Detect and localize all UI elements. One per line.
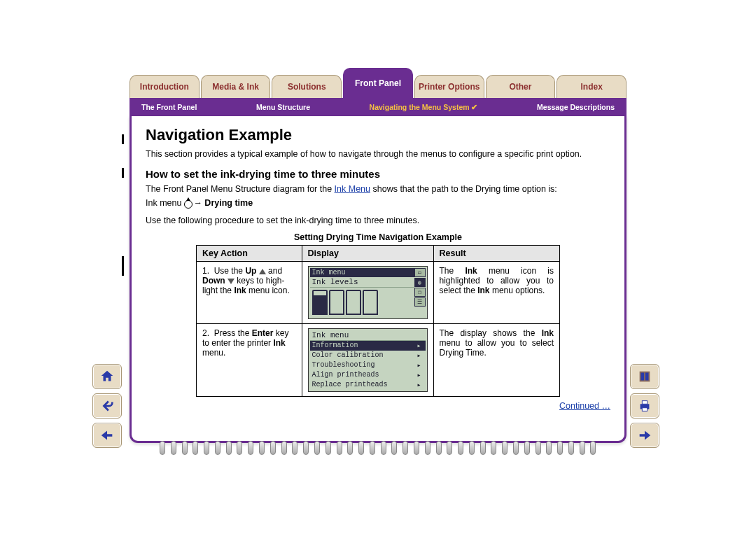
ink-drop-icon bbox=[184, 199, 191, 209]
text-bold: Up bbox=[245, 266, 256, 276]
text: The display shows the bbox=[440, 328, 542, 338]
tab-printer-options[interactable]: Printer Options bbox=[414, 75, 484, 98]
result-cell: The Ink menu icon is highlighted to allo… bbox=[433, 262, 560, 324]
lcd-screen: Ink menu Information▸ Color calibration▸… bbox=[308, 328, 428, 392]
page-title: Navigation Example bbox=[146, 126, 610, 144]
col-display: Display bbox=[302, 246, 433, 262]
cartridge-icon bbox=[329, 290, 344, 315]
text-bold: Ink bbox=[234, 286, 246, 295]
tab-media-ink[interactable]: Media & Ink bbox=[201, 75, 271, 98]
text-bold: Enter bbox=[252, 328, 274, 338]
submenu-arrow-icon: ▸ bbox=[416, 342, 421, 350]
home-button[interactable] bbox=[92, 364, 122, 389]
menu-text: Align printheads bbox=[312, 371, 379, 379]
text: shows that the path to the Drying time o… bbox=[370, 184, 557, 194]
menu-text: Color calibration bbox=[312, 351, 384, 360]
text-bold: Ink bbox=[273, 338, 285, 348]
navigation-table: Key Action Display Result 1. Use the Up … bbox=[196, 245, 560, 397]
lcd-menu-item: Color calibration▸ bbox=[310, 351, 426, 360]
content-panel: Navigation Example This section provides… bbox=[130, 116, 626, 443]
prev-page-button[interactable] bbox=[92, 423, 122, 448]
tab-introduction[interactable]: Introduction bbox=[130, 75, 200, 98]
svg-rect-2 bbox=[645, 373, 649, 381]
step-number: 1. bbox=[202, 266, 209, 276]
display-cell: Ink menu Information▸ Color calibration▸… bbox=[302, 324, 433, 397]
lcd-screen: Ink menu Ink levels bbox=[308, 266, 428, 319]
submenu-arrow-icon: ▸ bbox=[416, 371, 421, 379]
cartridge-icon bbox=[312, 290, 328, 315]
text-bold: Down bbox=[202, 276, 225, 286]
lcd-header: Ink menu bbox=[310, 330, 426, 341]
text: The bbox=[440, 266, 465, 276]
ink-icon: ◍ bbox=[414, 278, 426, 287]
ink-menu-link[interactable]: Ink Menu bbox=[335, 184, 370, 194]
lcd-title: Ink menu bbox=[312, 331, 349, 339]
tab-front-panel[interactable]: Front Panel bbox=[343, 68, 413, 98]
menu-text: Information bbox=[312, 342, 358, 350]
arrow-text: → bbox=[193, 198, 204, 208]
subnav-navigating[interactable]: Navigating the Menu System ✔ bbox=[364, 101, 484, 113]
svg-rect-5 bbox=[642, 408, 647, 412]
continued-link-wrap: Continued … bbox=[146, 401, 610, 411]
text: menu to allow you to select Drying Time. bbox=[440, 338, 554, 358]
tab-other[interactable]: Other bbox=[486, 75, 556, 98]
path-sentence: The Front Panel Menu Structure diagram f… bbox=[146, 183, 610, 196]
lcd-menu-item: Replace printheads▸ bbox=[310, 380, 426, 390]
text-bold: Ink bbox=[542, 328, 554, 338]
text: Use the bbox=[214, 266, 246, 276]
subnav-menu-structure[interactable]: Menu Structure bbox=[251, 101, 316, 113]
display-cell: Ink menu Ink levels bbox=[302, 262, 433, 324]
lcd-side-icons: ▭ ◍ ❐ ☰ bbox=[414, 268, 426, 317]
svg-rect-4 bbox=[642, 401, 647, 405]
intro-text: This section provides a typical example … bbox=[146, 148, 610, 161]
print-icon bbox=[637, 398, 652, 414]
text: menu options. bbox=[490, 286, 545, 295]
lcd-text: Ink levels bbox=[312, 278, 358, 286]
cartridge-row bbox=[310, 288, 414, 317]
menu-text: Troubleshooting bbox=[312, 361, 375, 370]
next-page-button[interactable] bbox=[630, 423, 659, 448]
submenu-arrow-icon: ▸ bbox=[416, 361, 421, 370]
right-button-column bbox=[630, 364, 664, 448]
print-button[interactable] bbox=[630, 393, 659, 419]
tab-index[interactable]: Index bbox=[556, 75, 626, 98]
exit-icon bbox=[637, 369, 652, 384]
exit-button[interactable] bbox=[630, 364, 659, 389]
text-bold: Ink bbox=[477, 286, 489, 295]
lcd-line: Ink levels bbox=[310, 277, 414, 288]
text: and bbox=[266, 266, 282, 276]
up-arrow-icon bbox=[259, 269, 266, 274]
subnav-messages[interactable]: Message Descriptions bbox=[531, 101, 620, 113]
table-caption: Setting Drying Time Navigation Example bbox=[146, 232, 610, 242]
text: Press the bbox=[214, 328, 252, 338]
home-icon bbox=[99, 369, 115, 384]
change-bar bbox=[122, 256, 124, 276]
table-row: 2. Press the Enter key to enter the prin… bbox=[197, 324, 560, 397]
svg-rect-1 bbox=[641, 373, 645, 381]
text: menu. bbox=[202, 348, 225, 358]
change-bar bbox=[122, 134, 124, 144]
subnav-front-panel[interactable]: The Front Panel bbox=[136, 101, 202, 113]
text-bold: Drying time bbox=[204, 198, 253, 208]
lcd-header: Ink menu bbox=[310, 268, 414, 277]
setup-icon: ☰ bbox=[414, 297, 426, 307]
cartridge-icon bbox=[363, 290, 378, 315]
tab-solutions[interactable]: Solutions bbox=[272, 75, 342, 98]
spiral-binding bbox=[139, 441, 617, 456]
down-arrow-icon bbox=[227, 279, 234, 284]
key-action-cell: 2. Press the Enter key to enter the prin… bbox=[197, 324, 302, 397]
change-bar bbox=[122, 168, 124, 178]
submenu-arrow-icon: ▸ bbox=[416, 381, 421, 389]
printer-icon: ▭ bbox=[414, 268, 426, 277]
section-subtitle: How to set the ink-drying time to three … bbox=[146, 168, 610, 180]
text: The Front Panel Menu Structure diagram f… bbox=[146, 184, 335, 194]
main-tabs: Introduction Media & Ink Solutions Front… bbox=[130, 63, 626, 98]
lcd-menu-item: Information▸ bbox=[310, 341, 426, 351]
back-button[interactable] bbox=[92, 393, 122, 419]
continued-link[interactable]: Continued … bbox=[559, 401, 610, 411]
media-icon: ❐ bbox=[414, 288, 426, 297]
sub-nav: The Front Panel Menu Structure Navigatin… bbox=[130, 98, 626, 116]
lcd-menu-item: Troubleshooting▸ bbox=[310, 360, 426, 370]
prev-page-icon bbox=[99, 428, 115, 443]
col-result: Result bbox=[433, 246, 560, 262]
